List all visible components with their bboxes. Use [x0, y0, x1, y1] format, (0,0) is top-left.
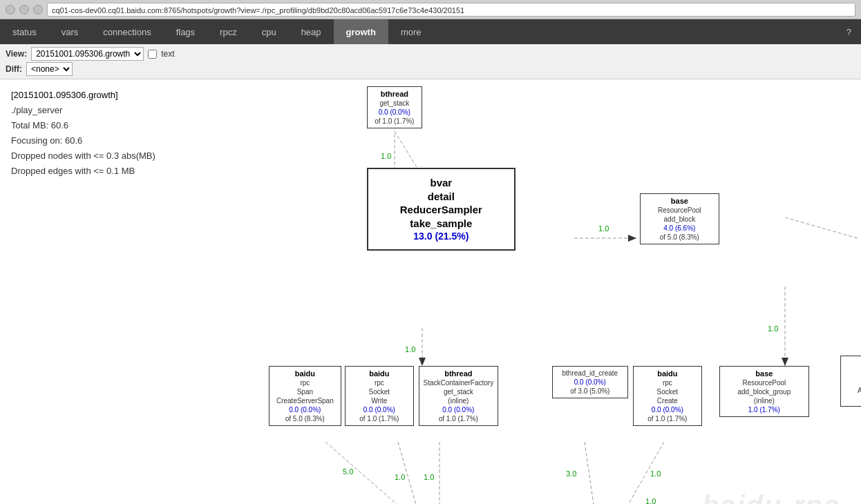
node-bthread-stack-factory[interactable]: bthread StackContainerFactory get_stack …	[419, 366, 498, 426]
view-label: View:	[6, 49, 27, 59]
main-content: [20151001.095306.growth] ./play_server T…	[0, 79, 861, 504]
svg-text:1.0: 1.0	[645, 497, 656, 504]
node-base-resource-group[interactable]: base ResourcePool add_block_group (inlin…	[719, 366, 809, 417]
browser-chrome: cq01-cos-dev00.cq01.baidu.com:8765/hotsp…	[0, 0, 861, 19]
node-baidu-rpc-server[interactable]: baidu rpc Server AddServiceInternal 4.0 …	[840, 356, 861, 407]
svg-text:1.0: 1.0	[405, 345, 415, 353]
diff-label: Diff:	[6, 64, 22, 74]
graph-svg: 1.0 1.0 4.0 1.0 1.0 4.0	[167, 79, 861, 504]
svg-marker-6	[628, 235, 636, 242]
node-base-resource-add-block[interactable]: base ResourcePool add_block 4.0 (6.6%) o…	[640, 193, 719, 244]
nav-flags[interactable]: flags	[164, 19, 207, 44]
nav-connections[interactable]: connections	[91, 19, 163, 44]
svg-text:1.0: 1.0	[424, 473, 434, 481]
url-bar[interactable]: cq01-cos-dev00.cq01.baidu.com:8765/hotsp…	[47, 3, 855, 17]
nav-heap[interactable]: heap	[289, 19, 334, 44]
svg-line-29	[623, 442, 664, 504]
svg-text:1.0: 1.0	[650, 469, 661, 478]
nav-question[interactable]: ?	[837, 19, 861, 44]
node-central[interactable]: bvar detail ReducerSampler take_sample 1…	[367, 168, 515, 251]
node-baidu-rpc-span[interactable]: baidu rpc Span CreateServerSpan 0.0 (0.0…	[269, 366, 341, 426]
node-baidu-socket-write[interactable]: baidu rpc Socket Write 0.0 (0.0%) of 1.0…	[345, 366, 414, 426]
info-dropped-edges: Dropped edges with <= 0.1 MB	[11, 164, 155, 179]
nav-growth[interactable]: growth	[334, 19, 388, 44]
info-panel: [20151001.095306.growth] ./play_server T…	[0, 79, 167, 504]
info-dropped-nodes: Dropped nodes with <= 0.3 abs(MB)	[11, 148, 155, 164]
info-path: ./play_server	[11, 103, 155, 118]
svg-text:1.0: 1.0	[768, 324, 778, 333]
nav-more[interactable]: more	[388, 19, 434, 44]
info-title: [20151001.095306.growth]	[11, 88, 155, 103]
nav-bar: status vars connections flags rpcz cpu h…	[0, 19, 861, 44]
reload-btn[interactable]	[33, 5, 43, 14]
node-bthread-id-create[interactable]: bthread_id_create 0.0 (0.0%) of 3.0 (5.0…	[552, 366, 628, 398]
svg-line-20	[325, 442, 408, 504]
svg-line-27	[585, 442, 595, 504]
forward-btn[interactable]	[19, 5, 29, 14]
controls-bar: View: 20151001.095306.growth text Diff: …	[0, 44, 861, 79]
diff-select[interactable]: <none>	[26, 62, 73, 76]
svg-marker-16	[782, 358, 788, 366]
text-checkbox[interactable]	[148, 50, 157, 59]
back-btn[interactable]	[6, 5, 15, 14]
nav-rpcz[interactable]: rpcz	[207, 19, 249, 44]
svg-text:3.0: 3.0	[566, 469, 576, 478]
info-focusing: Focusing on: 60.6	[11, 133, 155, 148]
graph-area: 1.0 1.0 4.0 1.0 1.0 4.0	[167, 79, 861, 504]
nav-cpu[interactable]: cpu	[249, 19, 289, 44]
node-baidu-socket-create[interactable]: baidu rpc Socket Create 0.0 (0.0%) of 1.…	[633, 366, 702, 426]
watermark: baidu-rpc	[702, 490, 840, 504]
svg-text:1.0: 1.0	[598, 224, 609, 233]
svg-line-23	[398, 442, 419, 504]
svg-text:5.0: 5.0	[343, 467, 353, 476]
nav-vars[interactable]: vars	[49, 19, 91, 44]
info-total-mb: Total MB: 60.6	[11, 118, 155, 133]
view-select[interactable]: 20151001.095306.growth	[31, 47, 144, 61]
nav-status[interactable]: status	[0, 19, 49, 44]
svg-marker-13	[419, 358, 426, 366]
svg-text:1.0: 1.0	[395, 473, 405, 481]
svg-line-7	[785, 217, 858, 238]
svg-text:1.0: 1.0	[381, 152, 391, 160]
text-label: text	[161, 49, 174, 59]
node-bthread-get-stack[interactable]: bthread get_stack 0.0 (0.0%) of 1.0 (1.7…	[367, 86, 422, 128]
